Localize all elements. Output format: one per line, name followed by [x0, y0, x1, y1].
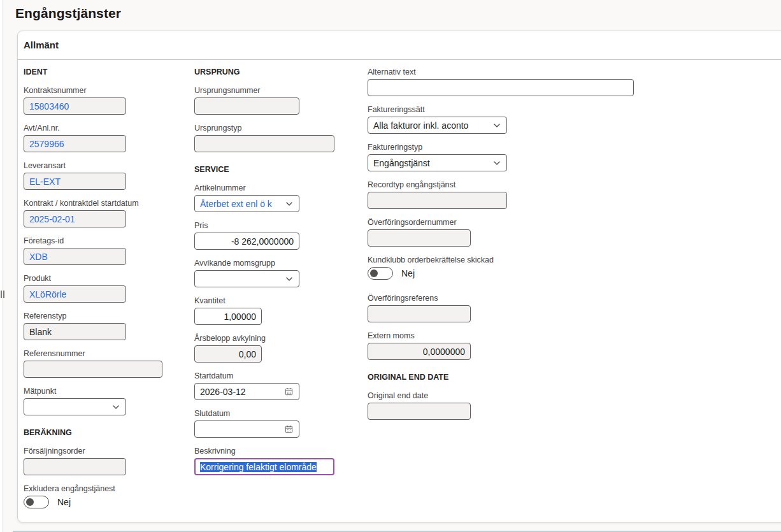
calendar-icon[interactable]: [284, 387, 294, 396]
forsaljningsorder-field[interactable]: [24, 458, 126, 475]
section-original-end-date: ORIGINAL END DATE: [368, 373, 648, 382]
original-end-date-field[interactable]: [368, 403, 471, 420]
extern-moms-value: 0,0000000: [423, 347, 465, 357]
matpunkt-label: Mätpunkt: [24, 387, 194, 396]
leveransart-value: EL-EXT: [29, 176, 61, 187]
referenstyp-field[interactable]: Blank: [24, 323, 126, 340]
column-fakturering: Alternativ text Faktureringssätt Alla fa…: [368, 68, 648, 517]
tab-allmant[interactable]: Allmänt: [18, 31, 781, 60]
kontraktsnummer-label: Kontraktsnummer: [24, 86, 194, 96]
alternativ-text-field[interactable]: [368, 79, 634, 96]
exkludera-engangstjanst-state: Nej: [57, 497, 71, 507]
avvikande-momsgrupp-label: Avvikande momsgrupp: [194, 259, 368, 268]
arsbelopp-avkylning-field[interactable]: 0,00: [194, 345, 262, 363]
ursprungsnummer-field[interactable]: [194, 97, 299, 115]
kontraktsnummer-field[interactable]: 15803460: [24, 97, 126, 115]
startdatum-field[interactable]: 2026-03-12: [194, 383, 299, 400]
splitter-handle-icon[interactable]: [1, 291, 4, 298]
kvantitet-label: Kvantitet: [194, 296, 368, 306]
startdatum-label: Startdatum: [194, 371, 368, 381]
foretags-id-label: Företags-id: [24, 236, 194, 246]
faktureringssatt-label: Faktureringssätt: [368, 105, 648, 115]
leveransart-label: Leveransart: [24, 161, 194, 171]
avt-anl-nr-label: Avt/Anl.nr.: [24, 124, 194, 133]
beskrivning-field[interactable]: Korrigering felaktigt elområde: [194, 458, 334, 475]
beskrivning-value: Korrigering felaktigt elområde: [200, 462, 317, 472]
forsaljningsorder-label: Försäljningsorder: [24, 447, 194, 456]
avvikande-momsgrupp-dropdown[interactable]: [194, 270, 299, 287]
pris-field[interactable]: -8 262,0000000: [194, 233, 299, 250]
section-ursprung: URSPRUNG: [194, 68, 368, 77]
kvantitet-field[interactable]: 1,00000: [194, 308, 262, 325]
artikelnummer-label: Artikelnummer: [194, 183, 368, 193]
ursprungsnummer-label: Ursprungsnummer: [194, 86, 368, 96]
kontrakt-startdatum-value: 2025-02-01: [29, 214, 75, 224]
exkludera-engangstjanst-label: Exkludera engångstjänest: [24, 484, 194, 494]
ursprungstyp-field[interactable]: [194, 135, 334, 152]
allmant-card: Allmänt IDENT Kontraktsnummer 15803460 A…: [17, 31, 781, 522]
page-title: Engångstjänster: [0, 0, 781, 21]
recordtyp-engangstjanst-field[interactable]: [368, 192, 507, 209]
original-end-date-label: Original end date: [368, 391, 648, 401]
produkt-value: XLöRörle: [29, 289, 66, 299]
produkt-label: Produkt: [24, 274, 194, 284]
column-ursprung-service: URSPRUNG Ursprungsnummer Ursprungstyp SE…: [194, 68, 368, 517]
chevron-down-icon: [492, 121, 501, 130]
arsbelopp-avkylning-label: Årsbelopp avkylning: [194, 334, 368, 343]
toggle-knob: [26, 498, 34, 506]
chevron-down-icon: [285, 199, 294, 208]
leveransart-field[interactable]: EL-EXT: [24, 173, 126, 190]
overforingsordernummer-label: Överföringsordernummer: [368, 218, 648, 227]
chevron-down-icon: [285, 275, 294, 284]
extern-moms-field[interactable]: 0,0000000: [368, 343, 471, 360]
matpunkt-dropdown[interactable]: [24, 398, 126, 415]
overforingsreferens-label: Överföringsreferens: [368, 294, 648, 303]
artikelnummer-dropdown[interactable]: Återbet ext enl ö k: [194, 195, 299, 212]
kontrakt-startdatum-field[interactable]: 2025-02-01: [24, 210, 126, 227]
overforingsreferens-field[interactable]: [368, 305, 471, 322]
extern-moms-label: Extern moms: [368, 331, 648, 341]
referenstyp-value: Blank: [29, 327, 52, 337]
referenstyp-label: Referenstyp: [24, 312, 194, 321]
ursprungstyp-label: Ursprungstyp: [194, 124, 368, 133]
faktureringstyp-value: Engångstjänst: [373, 158, 430, 168]
kvantitet-value: 1,00000: [224, 312, 256, 322]
toggle-knob: [370, 270, 378, 277]
recordtyp-engangstjanst-label: Recordtyp engångstjänst: [368, 180, 648, 190]
faktureringssatt-dropdown[interactable]: Alla fakturor inkl. aconto: [368, 117, 507, 134]
exkludera-engangstjanst-toggle[interactable]: [24, 496, 49, 508]
chevron-down-icon: [492, 159, 501, 168]
kontraktsnummer-value: 15803460: [29, 101, 69, 111]
foretags-id-value: XDB: [29, 252, 48, 262]
slutdatum-field[interactable]: [194, 421, 299, 438]
slutdatum-label: Slutdatum: [194, 409, 368, 419]
left-splitter-rail: [0, 0, 3, 532]
faktureringstyp-dropdown[interactable]: Engångstjänst: [368, 154, 507, 171]
kundklubb-orderbekraftelse-state: Nej: [401, 268, 415, 278]
kundklubb-orderbekraftelse-toggle[interactable]: [368, 267, 393, 280]
alternativ-text-label: Alternativ text: [368, 68, 648, 77]
section-ident: IDENT: [24, 68, 194, 77]
foretags-id-field[interactable]: XDB: [24, 248, 126, 265]
overforingsordernummer-field[interactable]: [368, 229, 471, 247]
avt-anl-nr-field[interactable]: 2579966: [24, 135, 126, 152]
avt-anl-nr-value: 2579966: [29, 139, 64, 149]
chevron-down-icon: [111, 403, 120, 412]
referensnummer-field[interactable]: [24, 361, 162, 378]
form-body: IDENT Kontraktsnummer 15803460 Avt/Anl.n…: [18, 60, 781, 517]
beskrivning-label: Beskrivning: [194, 447, 368, 456]
arsbelopp-avkylning-value: 0,00: [239, 349, 256, 359]
section-service: SERVICE: [194, 165, 368, 175]
column-ident: IDENT Kontraktsnummer 15803460 Avt/Anl.n…: [24, 68, 194, 517]
startdatum-value: 2026-03-12: [200, 387, 246, 397]
produkt-field[interactable]: XLöRörle: [24, 285, 126, 303]
calendar-icon[interactable]: [284, 424, 294, 434]
kontrakt-startdatum-label: Kontrakt / kontraktdel startdatum: [24, 199, 194, 208]
pris-value: -8 262,0000000: [231, 236, 294, 247]
faktureringssatt-value: Alla fakturor inkl. aconto: [373, 120, 468, 131]
kundklubb-orderbekraftelse-label: Kundklubb orderbekräftelse skickad: [368, 255, 648, 265]
referensnummer-label: Referensnummer: [24, 349, 194, 359]
pris-label: Pris: [194, 221, 368, 231]
faktureringstyp-label: Faktureringstyp: [368, 143, 648, 152]
section-berakning: BERÄKNING: [24, 428, 194, 438]
